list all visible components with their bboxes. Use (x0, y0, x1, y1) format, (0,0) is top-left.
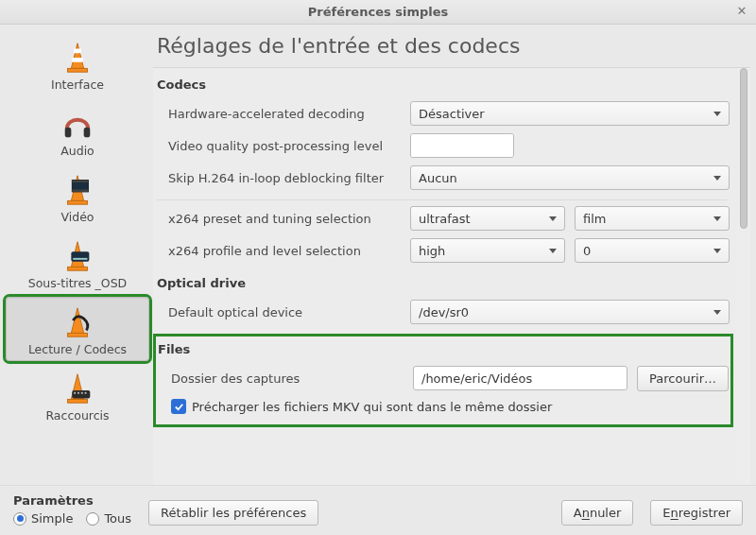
radio-simple[interactable]: Simple (13, 511, 73, 526)
combo-value: ultrafast (419, 212, 471, 226)
sidebar-item-audio[interactable]: Audio (6, 98, 149, 163)
svg-rect-13 (71, 251, 89, 261)
skip-loopfilter-combo[interactable]: Aucun (410, 165, 730, 190)
svg-rect-19 (72, 390, 90, 399)
vlc-cone-icon (60, 41, 95, 75)
postprocessing-spin[interactable] (410, 133, 514, 158)
sidebar-item-label: Audio (60, 144, 94, 158)
sidebar-item-label: Interface (51, 78, 104, 92)
svg-rect-18 (68, 399, 88, 403)
svg-rect-12 (68, 267, 88, 270)
svg-marker-0 (71, 43, 83, 69)
bottombar: Paramètres Simple Tous Rétablir les préf… (0, 485, 756, 535)
window-title: Préférences simples (308, 5, 449, 19)
headphones-icon (60, 107, 95, 141)
optical-device-label: Default optical device (155, 305, 401, 319)
chevron-down-icon (713, 176, 721, 181)
skip-loopfilter-label: Skip H.264 in-loop deblocking filter (155, 171, 401, 185)
section-optical: Optical drive Default optical device /de… (155, 267, 730, 328)
svg-rect-1 (74, 49, 81, 54)
scrollbar[interactable] (737, 68, 750, 485)
radio-label: Tous (104, 511, 131, 526)
titlebar: Préférences simples ✕ (0, 0, 756, 25)
x264-profile-combo[interactable]: high (410, 238, 565, 263)
params-label: Paramètres (13, 493, 137, 508)
window-body: Interface Audio Vidéo Sous-titres _OSD (0, 25, 756, 535)
sidebar: Interface Audio Vidéo Sous-titres _OSD (0, 25, 153, 485)
combo-value: Aucun (419, 171, 457, 185)
combo-value: /dev/sr0 (419, 305, 469, 319)
chevron-down-icon (549, 249, 557, 253)
record-dir-label: Dossier des captures (158, 371, 404, 386)
hotkeys-icon (60, 371, 95, 406)
hw-decoding-combo[interactable]: Désactiver (410, 101, 730, 126)
sidebar-item-input-codecs[interactable]: Lecture / Codecs (6, 297, 149, 361)
reset-button[interactable]: Rétablir les préférences (148, 500, 318, 526)
sidebar-item-label: Raccourcis (45, 408, 109, 423)
sidebar-item-interface[interactable]: Interface (6, 32, 149, 96)
svg-rect-21 (77, 392, 79, 394)
divider (157, 199, 728, 200)
chevron-down-icon (713, 112, 721, 116)
sidebar-item-label: Sous-titres _OSD (28, 276, 128, 290)
sidebar-item-label: Vidéo (60, 210, 94, 224)
combo-value: high (419, 244, 445, 258)
content: Réglages de l'entrée et des codecs Codec… (153, 25, 756, 485)
browse-button[interactable]: Parcourir… (637, 366, 729, 391)
save-button[interactable]: Enregistrer (650, 500, 743, 526)
page-title: Réglages de l'entrée et des codecs (153, 25, 750, 67)
optical-device-combo[interactable]: /dev/sr0 (410, 300, 730, 324)
params-radios: Simple Tous (13, 511, 131, 526)
x264-preset-combo[interactable]: ultrafast (410, 206, 565, 231)
sidebar-item-hotkeys[interactable]: Raccourcis (6, 363, 149, 427)
radio-all[interactable]: Tous (86, 511, 131, 526)
x264-level-combo[interactable]: 0 (575, 238, 730, 263)
sidebar-item-subtitles[interactable]: Sous-titres _OSD (6, 231, 149, 295)
chevron-down-icon (713, 249, 721, 253)
postprocessing-input[interactable] (411, 134, 514, 157)
chevron-down-icon (713, 310, 721, 315)
input-icon (60, 305, 95, 339)
combo-value: 0 (583, 244, 591, 258)
settings-scroll-area: Codecs Hardware-accelerated decoding Dés… (153, 67, 750, 485)
combo-value: Désactiver (419, 107, 485, 121)
row-preload-mkv: Précharger les fichiers MKV qui sont dan… (158, 394, 729, 419)
svg-rect-23 (85, 392, 87, 394)
svg-rect-10 (72, 190, 88, 192)
preload-mkv-label: Précharger les fichiers MKV qui sont dan… (192, 400, 552, 414)
section-title-optical: Optical drive (155, 267, 730, 296)
row-x264-profile: x264 profile and level selection high 0 (155, 234, 730, 267)
svg-rect-14 (73, 258, 87, 260)
svg-rect-2 (72, 58, 82, 62)
svg-rect-20 (74, 392, 76, 394)
x264-preset-label: x264 preset and tuning selection (155, 212, 401, 226)
row-record-dir: Dossier des captures Parcourir… (158, 362, 729, 394)
main-area: Interface Audio Vidéo Sous-titres _OSD (0, 25, 756, 485)
row-postprocessing: Video quality post-processing level (155, 129, 730, 162)
radio-label: Simple (31, 511, 73, 526)
section-files: Files Dossier des captures Parcourir… (153, 334, 733, 427)
close-icon[interactable]: ✕ (735, 5, 748, 18)
svg-rect-5 (84, 128, 91, 137)
postprocessing-label: Video quality post-processing level (155, 139, 401, 153)
cancel-button[interactable]: Annuler (561, 500, 634, 526)
scrollbar-thumb[interactable] (740, 68, 747, 229)
x264-tuning-combo[interactable]: film (575, 206, 730, 231)
sidebar-item-video[interactable]: Vidéo (6, 164, 149, 229)
row-optical-device: Default optical device /dev/sr0 (155, 296, 730, 328)
svg-rect-16 (68, 333, 88, 337)
svg-rect-3 (68, 68, 88, 72)
hw-decoding-label: Hardware-accelerated decoding (155, 107, 401, 121)
svg-rect-9 (72, 181, 88, 182)
preload-mkv-checkbox[interactable] (171, 399, 186, 414)
section-codecs: Codecs Hardware-accelerated decoding Dés… (155, 68, 730, 267)
svg-rect-7 (68, 200, 88, 204)
record-dir-input[interactable] (413, 366, 627, 390)
section-title-files: Files (158, 337, 729, 362)
section-title-codecs: Codecs (155, 68, 730, 97)
x264-profile-label: x264 profile and level selection (155, 244, 401, 258)
combo-value: film (583, 212, 606, 226)
row-hw-decoding: Hardware-accelerated decoding Désactiver (155, 97, 730, 129)
chevron-down-icon (713, 216, 721, 221)
svg-rect-22 (81, 392, 83, 394)
